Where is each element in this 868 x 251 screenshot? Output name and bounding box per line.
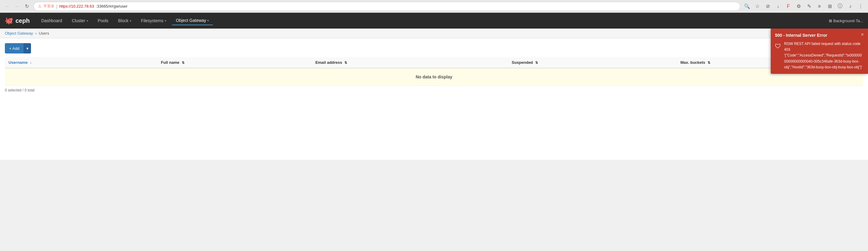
logo-text: ceph bbox=[16, 17, 30, 24]
profile-btn[interactable]: ⊘ bbox=[764, 2, 772, 11]
col-suspended[interactable]: Suspended ⇅ bbox=[508, 57, 677, 68]
browser-chrome: ← → ↻ ⚠ 不安全 | https://10.222.78.63 :3366… bbox=[0, 0, 868, 13]
nav-filesystems-label: Filesystems bbox=[141, 18, 163, 23]
security-warning-icon: ⚠ bbox=[38, 4, 42, 8]
col-email[interactable]: Email address ⇅ bbox=[312, 57, 508, 68]
object-gateway-chevron-icon: ▾ bbox=[207, 19, 209, 22]
address-separator: | bbox=[56, 4, 57, 9]
fullname-sort-icon: ⇅ bbox=[182, 61, 184, 64]
error-toast-header: 500 - Internal Server Error × bbox=[775, 32, 864, 39]
col-fullname[interactable]: Full name ⇅ bbox=[157, 57, 312, 68]
breadcrumb-parent-link[interactable]: Object Gateway bbox=[5, 31, 33, 36]
url-path-part: :33665/#/rgw/user bbox=[96, 4, 128, 8]
suspended-sort-icon: ⇅ bbox=[535, 61, 538, 64]
nav-block-label: Block bbox=[118, 18, 129, 23]
nav-item-filesystems[interactable]: Filesystems ▾ bbox=[137, 17, 170, 25]
extensions-btn[interactable]: ↓ bbox=[774, 2, 782, 11]
error-title: 500 - Internal Server Error bbox=[775, 32, 827, 39]
col-fullname-label: Full name bbox=[161, 60, 180, 65]
edit-btn[interactable]: ✎ bbox=[805, 2, 813, 11]
search-toolbar-btn[interactable]: 🔍 bbox=[743, 2, 751, 11]
nav-object-gateway-label: Object Gateway bbox=[176, 18, 206, 23]
error-close-button[interactable]: × bbox=[861, 32, 864, 37]
browser-toolbar-right: 🔍 ☆ ⊘ ↓ F ⚙ ✎ ≡ ⊞ ⓘ ♪ ⋮ bbox=[743, 2, 865, 11]
background-tasks-label[interactable]: ⊠ Background-Ta... bbox=[829, 19, 863, 23]
reload-button[interactable]: ↻ bbox=[23, 2, 31, 11]
back-button[interactable]: ← bbox=[3, 2, 11, 11]
users-table: Username ↕ Full name ⇅ Email address ⇅ S… bbox=[5, 57, 863, 86]
error-message-text: RGW REST API failed request with status … bbox=[784, 41, 864, 70]
settings-btn[interactable]: ⚙ bbox=[795, 2, 803, 11]
ceph-logo: 🐙 ceph bbox=[5, 17, 30, 25]
col-username[interactable]: Username ↕ bbox=[5, 57, 157, 68]
nav-item-cluster[interactable]: Cluster ▾ bbox=[67, 17, 92, 25]
add-dropdown-button[interactable]: ▾ bbox=[24, 43, 31, 54]
music-btn[interactable]: ♪ bbox=[846, 2, 855, 11]
main-content: + Add ▾ ⟳ ⊞ 🔍 bbox=[0, 38, 868, 160]
app-wrapper: 🐙 ceph Dashboard Cluster ▾ Pools Block ▾ bbox=[0, 13, 868, 160]
feedly-btn[interactable]: F bbox=[784, 2, 793, 11]
nav-buttons: ← → ↻ bbox=[3, 2, 31, 11]
nav-left: 🐙 ceph Dashboard Cluster ▾ Pools Block ▾ bbox=[5, 16, 213, 25]
error-toast-body: 🛡 RGW REST API failed request with statu… bbox=[775, 41, 864, 70]
table-header-row: Username ↕ Full name ⇅ Email address ⇅ S… bbox=[5, 57, 863, 68]
error-message-primary: RGW REST API failed request with status … bbox=[784, 42, 860, 52]
logo-icon: 🐙 bbox=[5, 17, 13, 25]
col-suspended-label: Suspended bbox=[512, 60, 533, 65]
cluster-chevron-icon: ▾ bbox=[87, 19, 88, 23]
nav-right: ⊠ Background-Ta... bbox=[829, 19, 863, 23]
menu-btn[interactable]: ⋮ bbox=[857, 2, 865, 11]
top-nav: 🐙 ceph Dashboard Cluster ▾ Pools Block ▾ bbox=[0, 13, 868, 29]
no-data-row: No data to display bbox=[5, 68, 863, 86]
error-message-details: '{"Code":"AccessDenied","RequestId":"tx0… bbox=[784, 53, 862, 69]
bookmark-btn[interactable]: ☆ bbox=[753, 2, 762, 11]
url-https-part: https://10.222.78.63 bbox=[59, 4, 94, 8]
selection-count: 0 selected / 0 total bbox=[5, 88, 34, 92]
table-footer: 0 selected / 0 total bbox=[5, 88, 863, 92]
max-buckets-sort-icon: ⇅ bbox=[708, 61, 710, 64]
col-username-label: Username bbox=[8, 60, 28, 65]
nav-item-block[interactable]: Block ▾ bbox=[114, 17, 135, 25]
block-chevron-icon: ▾ bbox=[130, 19, 131, 23]
nav-items: Dashboard Cluster ▾ Pools Block ▾ Filesy… bbox=[37, 16, 213, 25]
table-toolbar: + Add ▾ ⟳ ⊞ 🔍 bbox=[5, 43, 863, 54]
breadcrumb-child: Users bbox=[39, 31, 49, 36]
error-toast: 500 - Internal Server Error × 🛡 RGW REST… bbox=[771, 29, 868, 74]
nav-item-pools[interactable]: Pools bbox=[94, 17, 113, 25]
nav-item-dashboard[interactable]: Dashboard bbox=[37, 17, 67, 25]
forward-button[interactable]: → bbox=[13, 2, 21, 11]
list-btn[interactable]: ≡ bbox=[815, 2, 824, 11]
add-dropdown-chevron-icon: ▾ bbox=[26, 46, 29, 51]
error-shield-icon: 🛡 bbox=[775, 42, 781, 51]
breadcrumb: Object Gateway » Users bbox=[0, 29, 868, 38]
nav-dashboard-label: Dashboard bbox=[41, 18, 62, 23]
filesystems-chevron-icon: ▾ bbox=[165, 19, 166, 23]
toolbar-left: + Add ▾ bbox=[5, 43, 31, 54]
nav-cluster-label: Cluster bbox=[72, 18, 85, 23]
nav-pools-label: Pools bbox=[98, 18, 108, 23]
col-max-buckets-label: Max. buckets bbox=[680, 60, 705, 65]
breadcrumb-separator: » bbox=[35, 31, 37, 36]
no-data-cell: No data to display bbox=[5, 68, 863, 86]
nav-item-object-gateway[interactable]: Object Gateway ▾ bbox=[172, 16, 213, 25]
address-bar[interactable]: ⚠ 不安全 | https://10.222.78.63 :33665/#/rg… bbox=[33, 2, 740, 11]
username-sort-icon: ↕ bbox=[30, 61, 32, 64]
email-sort-icon: ⇅ bbox=[344, 61, 347, 64]
add-button[interactable]: + Add bbox=[5, 43, 24, 54]
info-btn[interactable]: ⓘ bbox=[836, 2, 844, 11]
grid-btn[interactable]: ⊞ bbox=[826, 2, 834, 11]
insecure-label: 不安全 bbox=[43, 4, 54, 9]
col-email-label: Email address bbox=[315, 60, 342, 65]
